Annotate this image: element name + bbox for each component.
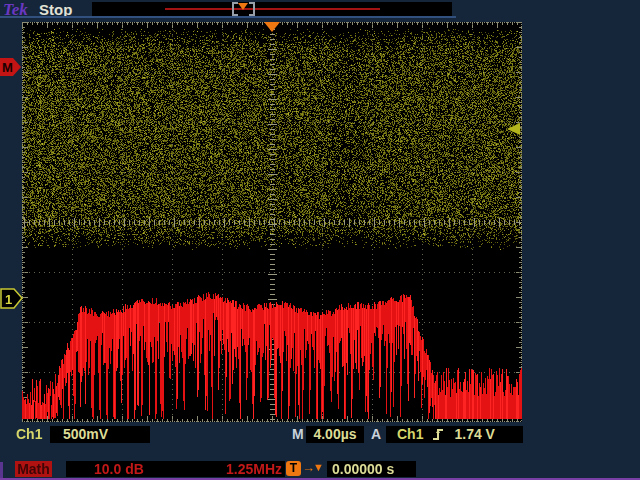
math-vertical-scale: 10.0 dB [94,461,144,477]
record-waveform-line [165,8,380,10]
graticule-area [22,22,522,422]
svg-text:M: M [2,60,13,75]
ch1-label: Ch1 [16,426,42,443]
math-color-sliver [0,462,3,478]
record-trigger-marker-icon [238,3,248,10]
trigger-level-marker-icon [507,123,520,135]
math-reference-marker: M [0,58,22,77]
trigger-mode-label: A [371,426,381,443]
trigger-indicator-icon: T [286,461,301,476]
math-horizontal-scale: 1.25MHz [226,461,282,477]
record-position-bar [92,2,452,16]
timebase-label: M [292,426,304,443]
rising-edge-icon [432,428,445,441]
timebase-readout: 4.00µs [306,426,364,443]
trigger-indicator-triangle-icon: ▼ [313,461,324,473]
svg-text:1: 1 [5,292,12,307]
trigger-readout: Ch1 1.74 V [386,426,523,443]
trigger-position-marker-icon [264,22,280,32]
horizontal-position-readout: 0.00000 s [327,461,416,477]
trigger-level-readout: 1.74 V [454,426,494,443]
trigger-source: Ch1 [397,426,423,443]
waveform-display [22,22,522,422]
math-scale-readout: 10.0 dB 1.25MHz [66,461,285,477]
ch1-reference-marker: 1 [0,288,24,310]
window-bracket-right [249,2,255,16]
oscilloscope-screen: Tek Stop M 1 Ch1 500mV M 4.00µs A Ch1 1.… [0,0,640,480]
math-label: Math [15,461,52,477]
ch1-scale-readout: 500mV [50,426,150,443]
header-divider [0,16,456,18]
